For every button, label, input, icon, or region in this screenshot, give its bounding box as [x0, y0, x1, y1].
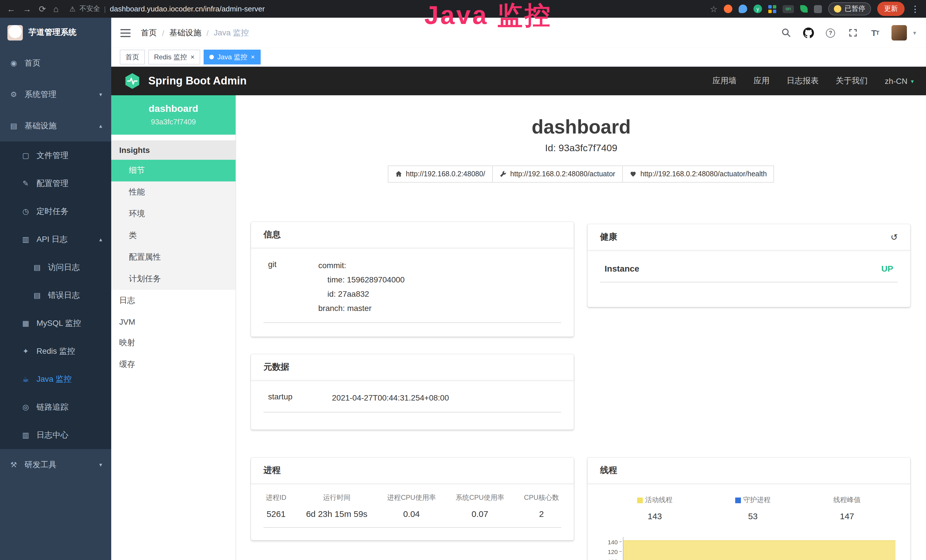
sidebar-item-label: API 日志 [36, 234, 68, 244]
instance-header[interactable]: dashboard 93a3fc7f7409 [111, 95, 236, 135]
instance-name: dashboard [116, 103, 231, 115]
actuator-url-button[interactable]: http://192.168.0.2:48080/actuator [492, 165, 623, 183]
insights-item-classes[interactable]: 类 [111, 225, 236, 247]
help-icon[interactable]: ? [825, 27, 836, 38]
process-card-body: 进程ID 5261 运行时间 6d 23h 15m 59s 进程CPU使用率 0… [251, 484, 574, 536]
sba-language-select[interactable]: zh-CN ▾ [885, 76, 914, 86]
sidebar-item-mysql-monitor[interactable]: ▦ MySQL 监控 [0, 309, 111, 337]
browser-reload-icon[interactable]: ⟳ [39, 4, 46, 14]
search-icon[interactable] [780, 27, 792, 38]
chevron-down-icon: ▾ [99, 462, 102, 468]
sba-nav-journal[interactable]: 日志报表 [787, 76, 819, 86]
metadata-row-startup: startup 2021-04-27T00:44:31.254+08:00 [263, 384, 561, 413]
sidebar-item-java-monitor[interactable]: ☕ Java 监控 [0, 365, 111, 393]
caret-down-icon[interactable]: ▼ [912, 30, 917, 36]
tab-redis-monitor[interactable]: Redis 监控 × [148, 50, 200, 65]
user-avatar[interactable] [891, 25, 907, 41]
extension-icon-leaf[interactable] [800, 5, 808, 12]
close-icon[interactable]: × [251, 53, 255, 61]
sidebar-item-label: MySQL 监控 [36, 318, 81, 328]
git-commit-line: commit: [318, 259, 559, 273]
chrome-update-button[interactable]: 更新 [877, 2, 905, 16]
sidebar-item-loggers[interactable]: 日志 [111, 290, 236, 312]
extension-icon-puzzle[interactable] [814, 5, 822, 13]
extension-icon-on[interactable]: on [782, 5, 794, 13]
doc-icon: ▤ [33, 291, 42, 300]
sidebar-item-infrastructure[interactable]: ▤ 基础设施 ▴ [0, 110, 111, 141]
sba-nav-applications[interactable]: 应用 [754, 76, 770, 86]
app-frame: 芋道管理系统 ◉ 首页 ⚙ 系统管理 ▾ ▤ 基础设施 ▴ [0, 18, 926, 560]
sidebar-item-jvm[interactable]: JVM [111, 312, 236, 332]
extension-icon-drop[interactable] [738, 5, 747, 13]
sba-nav-wallboard[interactable]: 应用墙 [713, 76, 737, 86]
app-logo-row[interactable]: 芋道管理系统 [0, 18, 111, 47]
info-card-header: 信息 [251, 222, 574, 248]
sidebar-item-label: 首页 [24, 58, 41, 68]
process-card-header: 进程 [251, 458, 574, 484]
java-icon: ☕ [21, 375, 30, 383]
database-icon: ▦ [21, 319, 30, 327]
sidebar-item-dev-tools[interactable]: ⚒ 研发工具 ▾ [0, 449, 111, 480]
sidebar-item-caches[interactable]: 缓存 [111, 354, 236, 375]
insights-item-config-props[interactable]: 配置属性 [111, 247, 236, 268]
sidebar-item-mappings[interactable]: 映射 [111, 332, 236, 354]
sidebar-item-access-log[interactable]: ▤ 访问日志 [0, 253, 111, 281]
info-card-body: git commit: time: 1596289704000 id: 27aa… [251, 248, 574, 331]
sidebar-item-tracing[interactable]: ◎ 链路追踪 [0, 393, 111, 421]
insights-item-scheduled-tasks[interactable]: 计划任务 [111, 268, 236, 290]
service-url-button[interactable]: http://192.168.0.2:48080/ [387, 165, 493, 183]
address-bar[interactable]: ⚠ 不安全 | dashboard.yudao.iocoder.cn/infra… [69, 4, 702, 14]
sidebar-item-home[interactable]: ◉ 首页 [0, 47, 111, 79]
log-icon: ▥ [21, 431, 30, 439]
sba-brand-title[interactable]: Spring Boot Admin [148, 75, 247, 87]
sidebar-item-system-mgmt[interactable]: ⚙ 系统管理 ▾ [0, 79, 111, 110]
info-card: 信息 git commit: time: 1596289704000 id: 2… [251, 222, 574, 337]
sidebar-item-config-mgmt[interactable]: ✎ 配置管理 [0, 170, 111, 197]
health-instance-row[interactable]: Instance UP [600, 254, 898, 282]
sidebar-item-redis-monitor[interactable]: ✦ Redis 监控 [0, 337, 111, 365]
extension-icon-y[interactable]: y [754, 5, 762, 13]
font-size-icon[interactable]: TT [869, 27, 881, 38]
insights-item-details[interactable]: 细节 [111, 160, 236, 182]
metadata-card-header: 元数据 [251, 354, 574, 381]
infrastructure-icon: ▤ [9, 121, 18, 130]
browser-back-icon[interactable]: ← [7, 4, 15, 14]
history-icon[interactable]: ↺ [891, 232, 898, 242]
stat-daemon-threads: 守护进程 53 [735, 495, 770, 521]
sidebar-item-error-log[interactable]: ▤ 错误日志 [0, 281, 111, 309]
process-card: 进程 进程ID 5261 运行时间 6d 23h 15m 59s [251, 458, 574, 540]
hamburger-icon[interactable] [120, 29, 131, 37]
tab-java-monitor[interactable]: Java 监控 × [204, 50, 260, 65]
breadcrumb-home[interactable]: 首页 [141, 28, 157, 38]
sidebar-item-log-center[interactable]: ▥ 日志中心 [0, 421, 111, 449]
github-icon[interactable] [802, 27, 814, 38]
annotation-java-monitor: Java 监控 [424, 1, 552, 29]
browser-home-icon[interactable]: ⌂ [53, 4, 59, 14]
fullscreen-icon[interactable] [847, 27, 858, 38]
trace-icon: ◎ [21, 403, 30, 412]
gear-icon: ⚙ [9, 90, 18, 99]
chevron-down-icon: ▾ [911, 78, 914, 84]
insights-item-metrics[interactable]: 性能 [111, 182, 236, 203]
sba-nav-about[interactable]: 关于我们 [836, 76, 868, 86]
paused-extension-badge[interactable]: 已暂停 [828, 2, 871, 15]
sidebar-item-label: Redis 监控 [36, 346, 75, 356]
extension-icon-orange[interactable] [724, 5, 732, 13]
extension-icon-grid[interactable] [768, 5, 776, 13]
bookmark-star-icon[interactable]: ☆ [710, 4, 717, 14]
page-url: dashboard.yudao.iocoder.cn/infra/admin-s… [110, 5, 265, 13]
sidebar-item-api-log[interactable]: ▥ API 日志 ▴ [0, 226, 111, 253]
browser-menu-icon[interactable]: ⋮ [911, 4, 920, 14]
breadcrumb-infrastructure[interactable]: 基础设施 [169, 28, 201, 38]
insights-item-environment[interactable]: 环境 [111, 203, 236, 225]
close-icon[interactable]: × [191, 53, 195, 61]
health-url-button[interactable]: http://192.168.0.2:48080/actuator/health [622, 165, 774, 183]
tab-home[interactable]: 首页 [120, 50, 145, 65]
sidebar-item-label: 文件管理 [36, 150, 68, 160]
status-badge: UP [881, 263, 893, 273]
startup-value: 2021-04-27T00:44:31.254+08:00 [332, 391, 559, 405]
sidebar-item-scheduled-jobs[interactable]: ◷ 定时任务 [0, 197, 111, 226]
stat-uptime: 运行时间 6d 23h 15m 59s [306, 493, 367, 519]
browser-forward-icon[interactable]: → [23, 4, 31, 14]
sidebar-item-file-mgmt[interactable]: ▢ 文件管理 [0, 141, 111, 170]
